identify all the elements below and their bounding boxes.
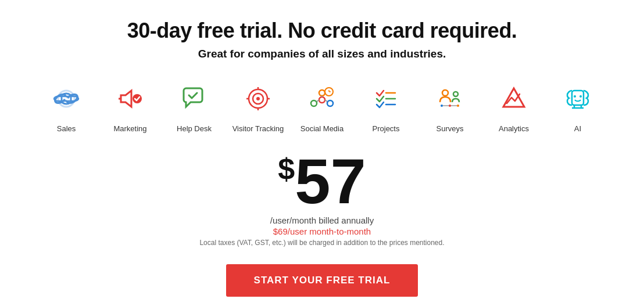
sidebar-item-surveys[interactable]: Surveys	[418, 78, 482, 133]
analytics-label: Analytics	[499, 124, 529, 133]
sidebar-item-projects[interactable]: Projects	[354, 78, 418, 133]
svg-rect-35	[572, 91, 584, 105]
sales-icon	[45, 78, 87, 120]
subheadline: Great for companies of all sizes and ind…	[198, 48, 446, 60]
sidebar-item-ai[interactable]: AI	[546, 78, 610, 133]
monthly-price-text: $69/user month-to-month	[273, 226, 371, 236]
sales-label: Sales	[57, 124, 76, 133]
ai-icon	[557, 78, 599, 120]
pricing-section: $ 57 /user/month billed annually $69/use…	[199, 149, 444, 258]
svg-point-27	[442, 90, 448, 96]
svg-point-9	[256, 97, 260, 100]
helpdesk-label: Help Desk	[177, 124, 212, 133]
svg-point-17	[319, 97, 325, 103]
price-amount: 57	[295, 149, 366, 213]
price-display: $ 57	[278, 149, 366, 213]
svg-point-28	[453, 92, 458, 96]
svg-point-31	[457, 105, 459, 107]
visitor-tracking-icon	[237, 78, 279, 120]
visitor-tracking-label: Visitor Tracking	[232, 124, 284, 133]
billing-cycle-text: /user/month billed annually	[270, 215, 374, 225]
sidebar-item-social-media[interactable]: Social Media	[290, 78, 354, 133]
svg-point-30	[449, 105, 451, 107]
ai-label: AI	[574, 124, 581, 133]
marketing-label: Marketing	[113, 124, 146, 133]
headline: 30-day free trial. No credit card requir…	[127, 19, 517, 43]
sidebar-item-analytics[interactable]: Analytics	[482, 78, 546, 133]
tax-note-text: Local taxes (VAT, GST, etc.) will be cha…	[199, 239, 444, 247]
surveys-label: Surveys	[437, 124, 464, 133]
marketing-icon	[109, 78, 151, 120]
surveys-icon	[429, 78, 471, 120]
svg-marker-34	[503, 88, 524, 107]
sidebar-item-sales[interactable]: Sales	[34, 78, 98, 133]
social-media-label: Social Media	[300, 124, 344, 133]
svg-point-29	[441, 105, 443, 107]
start-trial-button[interactable]: START YOUR FREE TRIAL	[226, 264, 418, 297]
svg-point-15	[311, 100, 317, 106]
svg-point-14	[319, 90, 325, 96]
analytics-icon	[493, 78, 535, 120]
projects-icon	[365, 78, 407, 120]
helpdesk-icon	[173, 78, 215, 120]
svg-point-40	[579, 95, 582, 98]
sidebar-item-helpdesk[interactable]: Help Desk	[162, 78, 226, 133]
svg-point-39	[574, 95, 576, 98]
sidebar-item-visitor-tracking[interactable]: Visitor Tracking	[226, 78, 290, 133]
sidebar-item-marketing[interactable]: Marketing	[98, 78, 162, 133]
svg-point-16	[327, 100, 333, 106]
price-dollar-sign: $	[278, 154, 295, 184]
projects-label: Projects	[373, 124, 400, 133]
social-media-icon	[301, 78, 343, 120]
features-icons-row: Sales Marketing Help Desk	[12, 78, 632, 133]
